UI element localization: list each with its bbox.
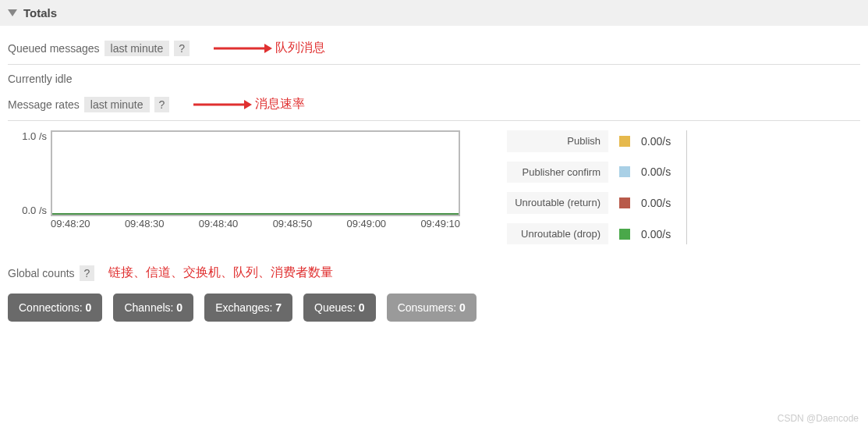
chart-legend-row: 1.0 /s 0.0 /s 09:48:20 09:48:30 09:48:40… [8,121,860,254]
pill-label: Connections: [19,301,83,314]
arrow-icon [190,97,252,112]
rates-chart: 1.0 /s 0.0 /s 09:48:20 09:48:30 09:48:40… [8,130,460,230]
x-tick: 09:48:50 [273,218,313,230]
pill-label: Exchanges: [215,301,272,314]
queued-annotation-text: 队列消息 [275,40,325,56]
global-annotation-text: 链接、信道、交换机、队列、消费者数量 [108,265,333,281]
legend-label: Unroutable (return) [507,192,608,214]
rates-range-selector[interactable]: last minute [84,97,150,112]
svg-marker-3 [244,100,252,109]
pill-value: 0 [459,301,466,314]
global-help-icon[interactable]: ? [80,265,95,281]
legend-item-publish: Publish 0.00/s [507,130,671,152]
queued-help-icon[interactable]: ? [174,41,190,56]
arrow-icon [210,41,272,56]
totals-header[interactable]: Totals [0,0,868,26]
y-tick: 0.0 /s [22,205,47,216]
rates-legend: Publish 0.00/s Publisher confirm 0.00/s … [507,130,687,244]
global-label: Global counts [8,267,75,279]
global-counts-row: Global counts ? 链接、信道、交换机、队列、消费者数量 [8,254,860,290]
header-title: Totals [23,6,57,20]
pill-label: Channels: [124,301,173,314]
x-tick: 09:48:40 [199,218,239,230]
rates-label: Message rates [8,98,80,111]
legend-item-unroutable-drop: Unroutable (drop) 0.00/s [507,223,671,245]
queued-messages-row: Queued messages last minute ? 队列消息 [8,35,860,65]
queued-annotation: 队列消息 [210,40,325,56]
queued-range-selector[interactable]: last minute [105,41,170,56]
collapse-icon [8,9,17,16]
pill-label: Queues: [314,301,356,314]
pill-value: 0 [86,301,92,314]
legend-value: 0.00/s [641,135,671,148]
y-tick: 1.0 /s [22,130,47,142]
idle-status: Currently idle [8,65,860,91]
rates-annotation-text: 消息速率 [255,96,305,112]
legend-swatch [619,136,630,147]
x-tick: 09:48:20 [51,218,90,230]
legend-value: 0.00/s [641,165,671,178]
legend-swatch [619,197,630,208]
legend-value: 0.00/s [641,228,671,240]
legend-value: 0.00/s [641,197,671,209]
rates-help-icon[interactable]: ? [154,97,170,112]
legend-swatch [619,229,630,240]
chart-x-axis: 09:48:20 09:48:30 09:48:40 09:48:50 09:4… [51,216,460,230]
chart-y-axis: 1.0 /s 0.0 /s [8,130,47,216]
legend-item-publisher-confirm: Publisher confirm 0.00/s [507,162,671,183]
queues-pill[interactable]: Queues: 0 [303,294,376,322]
consumers-pill[interactable]: Consumers: 0 [387,294,477,322]
svg-marker-1 [264,44,272,53]
pill-value: 0 [176,301,182,314]
legend-label: Publisher confirm [507,162,608,183]
pill-value: 7 [275,301,282,314]
pill-label: Consumers: [398,301,456,314]
legend-label: Publish [507,130,608,152]
x-tick: 09:49:10 [420,218,460,230]
pill-value: 0 [359,301,365,314]
x-tick: 09:49:00 [347,218,387,230]
rates-annotation: 消息速率 [190,96,305,112]
connections-pill[interactable]: Connections: 0 [8,294,102,322]
legend-label: Unroutable (drop) [507,223,608,245]
counts-row: Connections: 0 Channels: 0 Exchanges: 7 … [8,290,860,329]
x-tick: 09:48:30 [125,218,165,230]
queued-label: Queued messages [8,42,100,55]
exchanges-pill[interactable]: Exchanges: 7 [204,294,292,322]
legend-swatch [619,166,630,177]
chart-plot-area [51,130,460,216]
channels-pill[interactable]: Channels: 0 [113,294,193,322]
chart-line [52,213,459,215]
message-rates-row: Message rates last minute ? 消息速率 [8,91,860,121]
legend-item-unroutable-return: Unroutable (return) 0.00/s [507,192,671,214]
